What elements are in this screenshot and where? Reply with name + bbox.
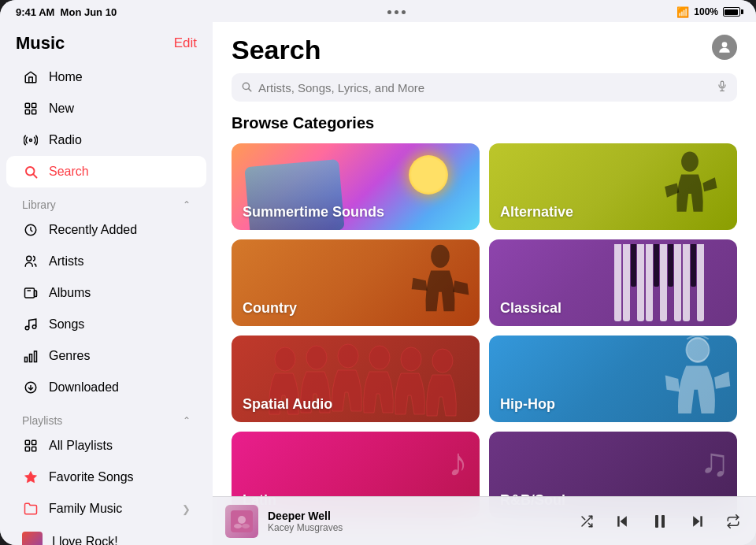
hiphop-label: Hip-Hop [500,396,555,413]
forward-button[interactable] [687,510,709,532]
playlists-label: Playlists [22,414,62,427]
library-chevron-icon[interactable]: ⌃ [183,199,191,210]
microphone-icon[interactable] [717,79,728,96]
sidebar-item-family-music[interactable]: Family Music ❯ [6,493,206,525]
sidebar-item-downloaded[interactable]: Downloaded [6,372,206,403]
playlists-chevron-icon[interactable]: ⌃ [183,415,191,426]
track-title: Deeper Well [268,510,567,522]
svg-point-29 [681,151,699,171]
genres-icon [22,347,39,365]
family-music-label: Family Music [49,502,122,516]
repeat-button[interactable] [723,511,743,532]
svg-rect-26 [721,81,724,87]
playlists-section-header: Playlists ⌃ [0,403,213,430]
sidebar-item-search[interactable]: Search [6,156,206,187]
svg-rect-10 [35,291,37,297]
svg-rect-19 [32,440,36,444]
search-input[interactable] [258,81,710,95]
favorite-songs-icon [22,469,39,486]
new-icon [22,100,39,117]
sidebar-item-albums[interactable]: Albums [6,277,206,309]
category-card-classical[interactable]: Classical [489,239,737,326]
albums-label: Albums [49,286,91,300]
category-card-country[interactable]: Country [232,239,480,326]
radio-icon [22,132,39,149]
svg-marker-50 [693,516,699,526]
playback-controls [576,509,743,534]
now-playing-bar: Deeper Well Kacey Musgraves [213,496,756,545]
family-music-arrow-icon: ❯ [182,503,191,515]
play-pause-button[interactable] [647,509,673,534]
recently-added-icon [22,221,39,239]
new-label: New [49,102,74,116]
page-title: Search [232,35,321,65]
svg-line-25 [249,88,251,91]
artists-icon [22,253,39,270]
sidebar-item-new[interactable]: New [6,93,206,124]
shuffle-button[interactable] [576,511,597,532]
svg-marker-46 [621,516,627,526]
downloaded-icon [22,379,39,396]
sidebar-item-songs[interactable]: Songs [6,309,206,340]
sidebar-item-home[interactable]: Home [6,61,206,93]
country-label: Country [243,300,297,317]
search-bar-container [213,73,756,114]
alternative-label: Alternative [500,204,573,221]
recently-added-label: Recently Added [49,223,137,237]
browse-categories-title: Browse Categories [232,114,737,132]
svg-point-11 [25,326,29,330]
svg-point-23 [722,42,728,47]
category-card-alternative[interactable]: Alternative [489,143,737,230]
svg-line-6 [33,174,36,177]
browse-section: Browse Categories Summertime Sounds [213,114,756,545]
alternative-figure [658,143,721,230]
svg-rect-20 [25,447,29,451]
svg-point-35 [401,347,421,371]
songs-label: Songs [49,317,84,332]
category-card-spatial[interactable]: Spatial Audio [232,336,480,422]
svg-rect-1 [32,103,36,107]
category-card-summertime[interactable]: Summertime Sounds [232,143,480,230]
i-love-rock-thumbnail [22,532,43,545]
ipad-frame: 9:41 AM Mon Jun 10 📶 100% Music Edit [0,0,756,545]
svg-line-45 [582,517,585,520]
svg-rect-3 [32,110,36,114]
svg-point-32 [306,346,327,369]
library-label: Library [22,198,56,211]
library-section-header: Library ⌃ [0,187,213,214]
search-nav-label: Search [49,165,89,179]
avatar[interactable] [712,35,737,60]
status-bar: 9:41 AM Mon Jun 10 📶 100% [0,0,756,22]
sidebar-item-radio[interactable]: Radio [6,124,206,156]
category-card-hiphop[interactable]: Hip-Hop [489,336,737,422]
classical-label: Classical [500,300,561,317]
edit-button[interactable]: Edit [174,35,197,51]
albums-icon [22,284,39,302]
home-label: Home [49,70,83,84]
sidebar-item-genres[interactable]: Genres [6,340,206,372]
all-playlists-icon [22,437,39,454]
genres-label: Genres [49,349,90,363]
sidebar-title: Music [16,33,65,54]
svg-point-42 [242,524,250,528]
rewind-button[interactable] [611,510,633,532]
svg-rect-14 [30,354,32,362]
main-header: Search [213,22,756,73]
svg-point-41 [234,524,242,528]
summertime-label: Summertime Sounds [243,204,384,221]
now-playing-info: Deeper Well Kacey Musgraves [268,510,567,533]
search-bar[interactable] [232,73,737,102]
radio-label: Radio [49,133,82,147]
sidebar-item-artists[interactable]: Artists [6,246,206,277]
svg-point-33 [338,344,358,368]
app-area: Music Edit Home New [0,22,756,545]
sidebar-item-recently-added[interactable]: Recently Added [6,214,206,246]
sidebar-item-i-love-rock[interactable]: I love Rock! [6,525,206,545]
status-right: 📶 100% [676,6,740,18]
svg-rect-2 [25,110,29,114]
svg-point-12 [32,325,36,329]
sidebar-item-favorite-songs[interactable]: Favorite Songs [6,462,206,493]
sidebar-item-all-playlists[interactable]: All Playlists [6,430,206,462]
svg-point-4 [30,139,32,142]
svg-point-30 [431,245,450,268]
